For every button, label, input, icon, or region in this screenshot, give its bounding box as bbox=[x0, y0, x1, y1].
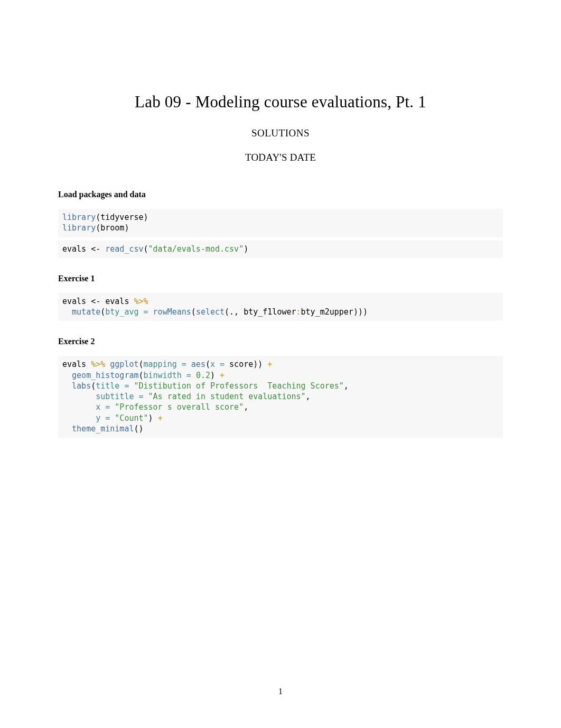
code-token bbox=[191, 371, 196, 380]
code-token: bty_m2upper))) bbox=[301, 307, 368, 317]
code-token: , bbox=[244, 402, 248, 412]
code-token bbox=[62, 381, 72, 391]
document-title: Lab 09 - Modeling course evaluations, Pt… bbox=[58, 93, 503, 112]
code-token: x = bbox=[210, 360, 225, 369]
code-token: ( bbox=[100, 307, 105, 317]
code-token bbox=[110, 413, 115, 423]
code-token: + bbox=[267, 360, 272, 369]
code-token bbox=[62, 371, 72, 380]
code-token: ( bbox=[91, 381, 96, 391]
code-token: ) bbox=[148, 413, 158, 423]
code-block-ex2: evals %>% ggplot(mapping = aes(x = score… bbox=[58, 356, 503, 438]
code-token: read_csv bbox=[105, 244, 143, 254]
code-token: ggplot bbox=[110, 360, 138, 369]
code-block-load-2: evals <- read_csv("data/evals-mod.csv") bbox=[58, 241, 503, 258]
code-token: + bbox=[220, 371, 225, 380]
code-token: ( bbox=[144, 244, 148, 254]
code-token: mapping = bbox=[144, 360, 186, 369]
code-token: %>% bbox=[91, 360, 105, 369]
code-token bbox=[62, 413, 96, 423]
code-token: () bbox=[134, 424, 143, 434]
code-token: aes bbox=[191, 360, 205, 369]
code-token: ( bbox=[191, 307, 196, 317]
code-token: "As rated in student evaluations" bbox=[148, 392, 306, 401]
code-token: (broom) bbox=[96, 223, 129, 233]
code-token: score)) bbox=[225, 360, 267, 369]
code-token bbox=[105, 360, 110, 369]
code-token: library bbox=[62, 213, 96, 222]
code-token bbox=[148, 307, 153, 317]
code-token: evals <- evals bbox=[62, 297, 134, 306]
code-token: , bbox=[344, 381, 349, 391]
code-token: , bbox=[306, 392, 311, 401]
code-token: title = bbox=[96, 381, 129, 391]
code-token: "data/evals-mod.csv" bbox=[148, 244, 244, 254]
code-token: rowMeans bbox=[153, 307, 191, 317]
code-token bbox=[62, 307, 72, 317]
code-token: mutate bbox=[72, 307, 100, 317]
code-block-ex1: evals <- evals %>% mutate(bty_avg = rowM… bbox=[58, 293, 503, 321]
code-token: evals bbox=[62, 360, 91, 369]
page: Lab 09 - Modeling course evaluations, Pt… bbox=[0, 0, 561, 728]
heading-exercise-1: Exercise 1 bbox=[58, 274, 503, 283]
code-token: ) bbox=[210, 371, 220, 380]
code-token: (., bty_f1lower bbox=[225, 307, 296, 317]
code-token: evals <- bbox=[62, 244, 105, 254]
code-token bbox=[62, 424, 72, 434]
code-token bbox=[144, 392, 148, 401]
code-token: + bbox=[158, 413, 163, 423]
code-block-load-1: library(tidyverse) library(broom) bbox=[58, 209, 503, 237]
document-date: TODAY'S DATE bbox=[58, 152, 503, 163]
code-token bbox=[62, 402, 96, 412]
document-author: SOLUTIONS bbox=[58, 127, 503, 139]
code-token bbox=[62, 392, 96, 401]
code-token: theme_minimal bbox=[72, 424, 134, 434]
code-token: "Distibution of Professors Teaching Scor… bbox=[134, 381, 343, 391]
heading-exercise-2: Exercise 2 bbox=[58, 337, 503, 346]
code-token: labs bbox=[72, 381, 91, 391]
code-token: geom_histogram bbox=[72, 371, 138, 380]
code-token: ( bbox=[139, 371, 144, 380]
code-token: select bbox=[196, 307, 225, 317]
code-token: bty_avg = bbox=[105, 307, 148, 317]
code-token: ( bbox=[139, 360, 144, 369]
code-token: subtitle = bbox=[96, 392, 143, 401]
code-token: %>% bbox=[134, 297, 148, 306]
code-token: library bbox=[62, 223, 96, 233]
code-token: "Count" bbox=[115, 413, 148, 423]
code-token: : bbox=[296, 307, 301, 317]
code-token: y = bbox=[96, 413, 110, 423]
code-token bbox=[186, 360, 191, 369]
code-token: x = bbox=[96, 402, 110, 412]
page-number: 1 bbox=[0, 687, 561, 696]
code-token: ) bbox=[244, 244, 248, 254]
code-token: binwidth = bbox=[144, 371, 191, 380]
code-token bbox=[110, 402, 115, 412]
code-token: ( bbox=[205, 360, 210, 369]
code-token: "Professor s overall score" bbox=[115, 402, 244, 412]
heading-load-packages: Load packages and data bbox=[58, 190, 503, 199]
code-token: (tidyverse) bbox=[96, 213, 148, 222]
code-token: 0.2 bbox=[196, 371, 210, 380]
